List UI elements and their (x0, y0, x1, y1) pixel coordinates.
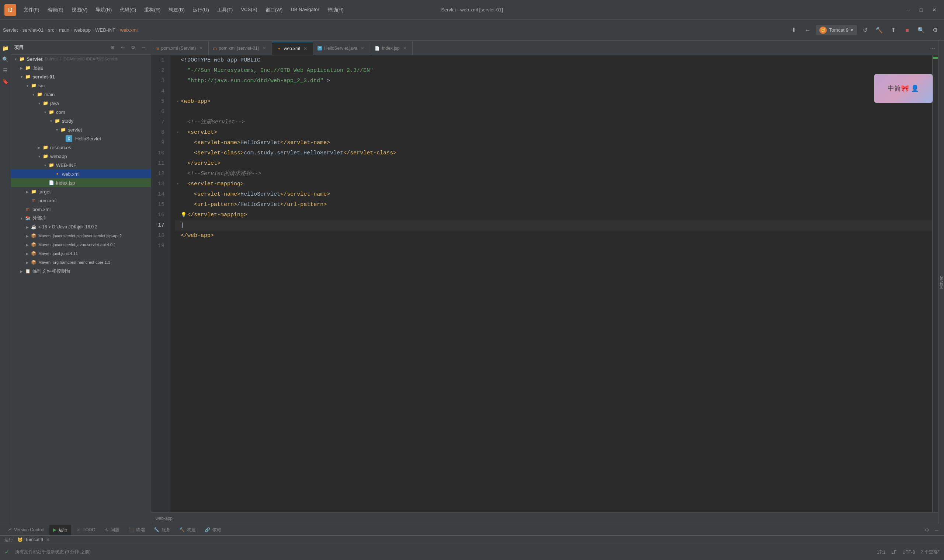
reload-button[interactable]: ↺ (859, 24, 871, 36)
menu-edit[interactable]: 编辑(E) (44, 5, 67, 15)
tree-webapp[interactable]: ▾ 📁 webapp (11, 152, 151, 161)
menu-window[interactable]: 窗口(W) (262, 5, 287, 15)
tab-run[interactable]: ▶ 运行 (49, 525, 71, 535)
breadcrumb-main[interactable]: main (59, 27, 69, 33)
structure-icon[interactable]: ☰ (1, 66, 10, 75)
bottom-settings-button[interactable]: ⚙ (925, 527, 929, 533)
tabs-more-button[interactable]: ⋯ (927, 42, 938, 55)
back-button[interactable]: ← (802, 24, 813, 36)
tree-study[interactable]: ▾ 📁 study (11, 117, 151, 125)
tree-jdk[interactable]: ▶ ☕ < 16 > D:\Java JDK\jdk-16.0.2 (11, 223, 151, 231)
tree-temp[interactable]: ▶ 📋 临时文件和控制台 (11, 267, 151, 275)
maven-icon: m (156, 46, 159, 51)
breadcrumb-webxml[interactable]: web.xml (120, 27, 138, 33)
tab-todo[interactable]: ☑ TODO (72, 525, 99, 535)
tree-servlet01[interactable]: ▾ 📁 servlet-01 (11, 72, 151, 81)
tab-close-icon4[interactable]: ✕ (359, 45, 366, 51)
encoding[interactable]: UTF-8 (902, 550, 915, 555)
tree-servlet-pkg[interactable]: ▾ 📁 servlet (11, 125, 151, 134)
tree-maven-jsp[interactable]: ▶ 📦 Maven: javax.servlet.jsp:javax.servl… (11, 231, 151, 240)
tab-pom-servlet01[interactable]: m pom.xml (servlet-01) ✕ (209, 42, 272, 55)
breadcrumb-src[interactable]: src (48, 27, 54, 33)
build-button[interactable]: 🔨 (873, 24, 885, 36)
tree-idea[interactable]: ▶ 📁 .idea (11, 63, 151, 72)
find-icon[interactable]: 🔍 (1, 54, 10, 64)
cursor-position[interactable]: 17:1 (877, 550, 885, 555)
tab-close-icon5[interactable]: ✕ (402, 45, 408, 51)
tree-root-servlet[interactable]: ▾ 📁 Servlet D:\IntelliJ IDEA\IntelliJ ID… (11, 54, 151, 63)
code-line-16: 💡 </servlet-mapping> (175, 210, 932, 220)
breadcrumb-servlet01[interactable]: servlet-01 (23, 27, 43, 33)
maven-panel[interactable]: Maven (938, 40, 944, 524)
close-panel-button[interactable]: ─ (139, 43, 148, 52)
update-button[interactable]: ⬆ (887, 24, 899, 36)
tree-resources[interactable]: ▶ 📁 resources (11, 143, 151, 152)
tree-pomxml-servlet01[interactable]: m pom.xml (11, 196, 151, 205)
tree-helloservlet[interactable]: C HelloServlet (11, 134, 151, 143)
breadcrumb-servlet[interactable]: Servlet (3, 27, 18, 33)
tab-close-run[interactable]: ✕ (46, 537, 50, 542)
stop-button[interactable]: ■ (901, 24, 913, 36)
menu-view[interactable]: 视图(V) (68, 5, 91, 15)
search-button[interactable]: 🔍 (915, 24, 927, 36)
new-file-button[interactable]: ⊕ (108, 43, 117, 52)
menu-build[interactable]: 构建(B) (165, 5, 188, 15)
tree-indexjsp[interactable]: 📄 index.jsp (11, 178, 151, 187)
tree-main[interactable]: ▾ 📁 main (11, 90, 151, 99)
tab-pom-servlet[interactable]: m pom.xml (Servlet) ✕ (151, 42, 209, 55)
menu-code[interactable]: 代码(C) (116, 5, 140, 15)
vcs-update-button[interactable]: ⬇ (788, 24, 799, 36)
menu-refactor[interactable]: 重构(R) (140, 5, 164, 15)
run-config-name: Tomcat 9 (25, 537, 43, 542)
tree-webxml[interactable]: 🔸 web.xml (11, 169, 151, 178)
tab-deps[interactable]: 🔗 依赖 (201, 525, 225, 535)
menu-file[interactable]: 文件(F) (20, 5, 43, 15)
tree-maven-servlet[interactable]: ▶ 📦 Maven: javax.servlet:javax.servlet-a… (11, 240, 151, 249)
minimize-button[interactable]: ─ (903, 5, 913, 15)
bookmarks-icon[interactable]: 🔖 (1, 77, 10, 86)
code-line-14: <servlet-name>HelloServlet</servlet-name… (175, 189, 932, 200)
project-view-icon[interactable]: 📁 (1, 43, 10, 53)
bottom-minimize-button[interactable]: ─ (932, 525, 941, 534)
ad-overlay[interactable]: 中简🎀 👤 (874, 74, 933, 103)
tab-build[interactable]: 🔨 构建 (176, 525, 199, 535)
tab-close-icon3[interactable]: ✕ (302, 46, 308, 52)
tree-target[interactable]: ▶ 📁 target (11, 187, 151, 196)
breadcrumb-webapp[interactable]: webapp (74, 27, 91, 33)
editor-content[interactable]: 1 2 3 4 5 6 7 8 9 10 11 12 13 14 15 16 1… (151, 55, 938, 512)
breadcrumb-webinf[interactable]: WEB-INF (95, 27, 116, 33)
tab-helloservlet[interactable]: C HelloServlet.java ✕ (313, 42, 370, 55)
tab-terminal[interactable]: ⬛ 终端 (125, 525, 149, 535)
collapse-all-button[interactable]: ⇐ (118, 43, 127, 52)
tree-com[interactable]: ▾ 📁 com (11, 108, 151, 117)
menu-run[interactable]: 运行(U) (189, 5, 213, 15)
project-settings-button[interactable]: ⚙ (129, 43, 137, 52)
menu-tools[interactable]: 工具(T) (213, 5, 237, 15)
menu-vcs[interactable]: VCS(S) (237, 5, 261, 15)
tree-maven-hamcrest[interactable]: ▶ 📦 Maven: org.hamcrest:hamcrest-core:1.… (11, 258, 151, 267)
tab-problems[interactable]: ⚠ 问题 (101, 525, 123, 535)
tree-external-libs[interactable]: ▾ 📚 外部库 (11, 214, 151, 223)
tab-close-icon2[interactable]: ✕ (261, 45, 267, 51)
tree-maven-junit[interactable]: ▶ 📦 Maven: junit:junit:4.11 (11, 249, 151, 258)
tree-java[interactable]: ▾ 📁 java (11, 99, 151, 108)
line-ending[interactable]: LF (891, 550, 896, 555)
tab-close-icon[interactable]: ✕ (198, 45, 204, 51)
code-line-9: <servlet-name>HelloServlet</servlet-name… (175, 138, 932, 148)
menu-help[interactable]: 帮助(H) (324, 5, 347, 15)
tree-src[interactable]: ▾ 📁 src (11, 81, 151, 90)
tree-webinf[interactable]: ▾ 📁 WEB-INF (11, 161, 151, 169)
close-button[interactable]: ✕ (929, 5, 939, 15)
menu-dbnavigator[interactable]: DB Navigator (287, 5, 322, 15)
tab-version-control[interactable]: ⎇ Version Control (3, 525, 48, 535)
menu-nav[interactable]: 导航(N) (92, 5, 116, 15)
code-editor[interactable]: <!DOCTYPE web-app PUBLIC "-//Sun Microsy… (170, 55, 932, 512)
settings-button[interactable]: ⚙ (929, 24, 941, 36)
indent-setting[interactable]: 2 个空格* (921, 549, 939, 555)
tab-indexjsp[interactable]: 📄 index.jsp ✕ (370, 42, 412, 55)
run-config-selector[interactable]: 🐱 Tomcat 9 ▾ (816, 25, 857, 35)
maximize-button[interactable]: □ (916, 5, 926, 15)
tree-pomxml-root[interactable]: m pom.xml (11, 205, 151, 214)
tab-webxml[interactable]: 🔸 web.xml ✕ (272, 42, 313, 55)
tab-services[interactable]: 🔧 服务 (150, 525, 174, 535)
